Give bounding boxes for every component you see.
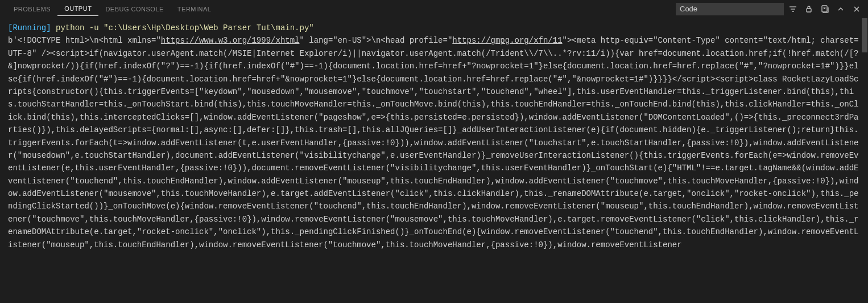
scrollbar-thumb[interactable] <box>862 18 867 52</box>
svg-rect-4 <box>822 6 827 12</box>
output-content[interactable]: [Running] python -u "c:\Users\Hp\Desktop… <box>0 18 868 255</box>
tab-terminal[interactable]: TERMINAL <box>171 2 218 16</box>
dropdown-selected-label: Code <box>680 5 697 13</box>
close-icon[interactable] <box>852 5 861 14</box>
link-profile[interactable]: https://gmpg.org/xfn/11 <box>452 36 562 45</box>
tab-problems[interactable]: PROBLEMS <box>7 2 57 16</box>
clear-output-icon[interactable] <box>820 5 829 14</box>
tab-debug-console[interactable]: DEBUG CONSOLE <box>98 2 170 16</box>
run-status: [Running] <box>8 23 51 32</box>
link-xmlns[interactable]: https://www.w3.org/1999/xhtml <box>161 36 300 45</box>
run-command: python -u "c:\Users\Hp\Desktop\Web Parse… <box>51 23 314 32</box>
scrollbar-track[interactable] <box>861 18 868 303</box>
panel-header: PROBLEMS OUTPUT DEBUG CONSOLE TERMINAL C… <box>0 0 868 18</box>
output-channel-dropdown[interactable]: Code <box>676 3 784 15</box>
panel-tabs: PROBLEMS OUTPUT DEBUG CONSOLE TERMINAL <box>7 2 218 16</box>
panel-header-actions <box>788 5 861 14</box>
output-text-3: "><meta http-equiv="Content-Type" conten… <box>8 36 858 249</box>
output-body: b'<!DOCTYPE html>\n<html xmlns="https://… <box>8 36 858 249</box>
output-text-1: b'<!DOCTYPE html>\n<html xmlns=" <box>8 36 161 45</box>
chevron-up-icon[interactable] <box>836 5 845 14</box>
lock-icon[interactable] <box>804 5 813 14</box>
tab-output[interactable]: OUTPUT <box>57 2 98 16</box>
svg-rect-3 <box>807 9 811 12</box>
filter-icon[interactable] <box>788 5 797 14</box>
output-text-2: " lang="en-US">\n<head profile=" <box>299 36 452 45</box>
